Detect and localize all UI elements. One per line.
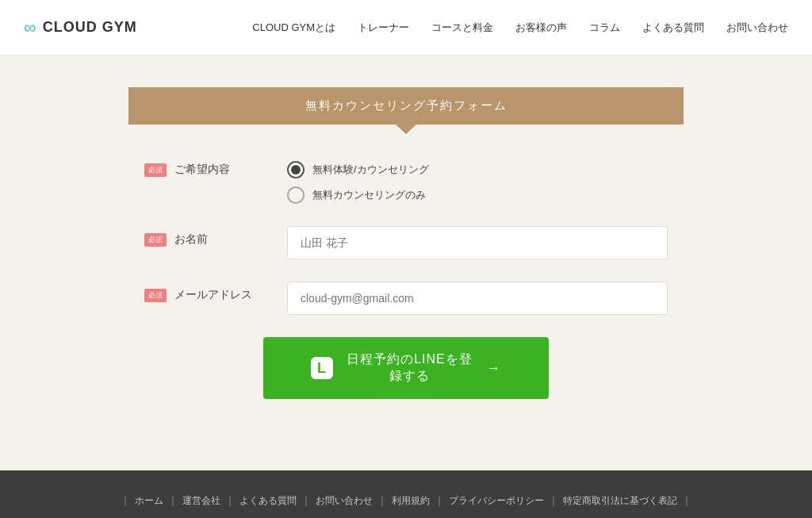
footer-link-tokusho[interactable]: 特定商取引法に基づく表記 [558,494,682,508]
radio-label-counseling-only: 無料カウンセリングのみ [312,188,426,202]
desired-content-required-badge: 必須 [144,163,167,177]
desired-content-label-area: 必須 ご希望内容 [144,156,287,177]
footer-sep-6: ｜ [549,494,558,508]
name-input[interactable] [287,226,668,259]
footer-sep-2: ｜ [225,494,235,508]
footer-link-contact[interactable]: お問い合わせ [311,494,377,508]
form-header-bar: 無料カウンセリング予約フォーム [128,87,684,125]
radio-circle-free-trial [287,161,304,178]
footer-sep-end: ｜ [682,494,691,508]
name-label: お名前 [174,232,208,247]
radio-group-desired-content: 無料体験/カウンセリング 無料カウンセリングのみ [287,156,668,204]
logo-area: ∞ CLOUD GYM [24,17,137,38]
footer-link-terms[interactable]: 利用規約 [387,494,435,508]
line-button-label: 日程予約のLINEを登録する [346,351,473,385]
nav-item-faq[interactable]: よくある質問 [642,21,704,35]
form-body: 必須 ご希望内容 無料体験/カウンセリング 無料カウンセリングのみ [128,125,684,423]
nav-item-column[interactable]: コラム [589,21,620,35]
email-input[interactable] [287,282,668,315]
footer: ｜ ホーム ｜ 運営会社 ｜ よくある質問 ｜ お問い合わせ ｜ 利用規約 ｜ … [0,470,812,518]
name-label-area: 必須 お名前 [144,226,287,247]
footer-sep-3: ｜ [301,494,311,508]
form-header-title: 無料カウンセリング予約フォーム [305,98,508,112]
line-logo-letter: L [317,361,327,375]
email-label-area: 必須 メールアドレス [144,282,287,302]
radio-option-free-trial[interactable]: 無料体験/カウンセリング [287,161,668,178]
radio-label-free-trial: 無料体験/カウンセリング [312,163,429,177]
line-logo-icon: L [311,357,333,379]
line-btn-area: L 日程予約のLINEを登録する → [144,337,668,399]
logo-text: CLOUD GYM [43,19,137,36]
desired-content-row: 必須 ご希望内容 無料体験/カウンセリング 無料カウンセリングのみ [144,156,668,204]
footer-sep-1: ｜ [168,494,178,508]
nav-item-contact[interactable]: お問い合わせ [726,21,788,35]
header: ∞ CLOUD GYM CLOUD GYMとは トレーナー コースと料金 お客様… [0,0,812,56]
footer-link-home[interactable]: ホーム [130,494,168,508]
line-register-button[interactable]: L 日程予約のLINEを登録する → [263,337,549,399]
logo-icon: ∞ [24,17,35,38]
email-row: 必須 メールアドレス [144,282,668,315]
email-required-badge: 必須 [144,289,167,302]
name-row: 必須 お名前 [144,226,668,259]
nav-item-trainer[interactable]: トレーナー [358,21,409,35]
desired-content-control: 無料体験/カウンセリング 無料カウンセリングのみ [287,156,668,204]
nav-item-testimonials[interactable]: お客様の声 [515,21,567,35]
name-control [287,226,668,259]
email-control [287,282,668,315]
footer-links: ｜ ホーム ｜ 運営会社 ｜ よくある質問 ｜ お問い合わせ ｜ 利用規約 ｜ … [16,494,796,508]
desired-content-label: ご希望内容 [174,163,230,177]
footer-sep-4: ｜ [377,494,387,508]
footer-sep-5: ｜ [435,494,444,508]
footer-link-faq[interactable]: よくある質問 [235,494,301,508]
name-required-badge: 必須 [144,233,167,247]
footer-sep-start: ｜ [121,494,130,508]
main-content: 無料カウンセリング予約フォーム 必須 ご希望内容 無料体験/カウンセリング [0,56,812,470]
counseling-form: 無料カウンセリング予約フォーム 必須 ご希望内容 無料体験/カウンセリング [128,87,684,423]
footer-link-privacy[interactable]: プライバシーポリシー [444,494,549,508]
radio-option-counseling-only[interactable]: 無料カウンセリングのみ [287,186,668,204]
line-arrow-icon: → [486,360,501,377]
main-nav: CLOUD GYMとは トレーナー コースと料金 お客様の声 コラム よくある質… [252,21,788,35]
nav-item-about[interactable]: CLOUD GYMとは [252,21,335,35]
footer-link-company[interactable]: 運営会社 [178,494,225,508]
radio-circle-counseling-only [287,186,304,204]
nav-item-course[interactable]: コースと料金 [431,21,493,35]
email-label: メールアドレス [174,288,252,302]
